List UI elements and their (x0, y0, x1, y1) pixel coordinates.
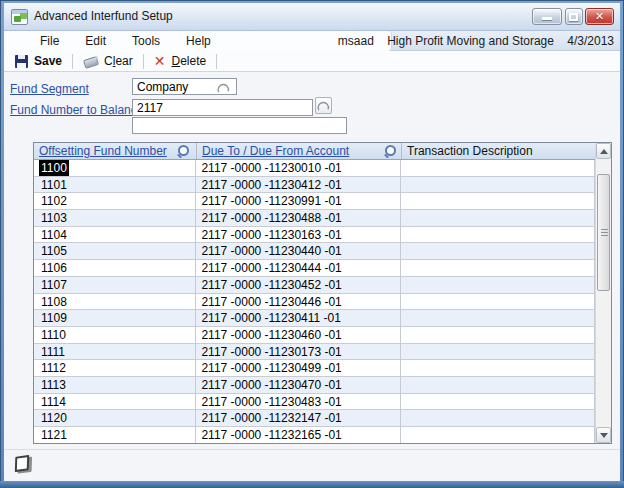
scrollbar-thumb[interactable] (597, 174, 610, 291)
cell-due-to-due-from-account[interactable]: 2117 -0000 -11230483 -01 (196, 394, 400, 411)
cell-offsetting-fund-number[interactable]: 1102 (34, 193, 196, 210)
save-button[interactable]: Save (9, 52, 68, 71)
clear-button[interactable]: Clear (77, 52, 139, 71)
table-row[interactable]: 1112 2117 -0000 -11230499 -01 (34, 360, 595, 377)
cell-due-to-due-from-account[interactable]: 2117 -0000 -11230452 -01 (196, 277, 400, 294)
note-button[interactable] (13, 455, 35, 475)
cell-due-to-due-from-account[interactable]: 2117 -0000 -11230444 -01 (196, 260, 400, 277)
cell-transaction-description[interactable] (401, 427, 595, 443)
table-row[interactable]: 1103 2117 -0000 -11230488 -01 (34, 210, 595, 227)
lookup-magnifier-icon[interactable] (176, 145, 189, 158)
cell-offsetting-fund-number[interactable]: 1111 (34, 344, 196, 361)
table-row[interactable]: 1104 2117 -0000 -11230163 -01 (34, 227, 595, 244)
cell-transaction-description[interactable] (401, 394, 595, 411)
scroll-up-button[interactable] (596, 143, 611, 159)
cell-transaction-description[interactable] (401, 377, 595, 394)
fund-segment-label[interactable]: Fund Segment (10, 82, 89, 96)
table-row[interactable]: 1110 2117 -0000 -11230460 -01 (34, 327, 595, 344)
fund-segment-field[interactable]: Company (132, 78, 237, 95)
cell-transaction-description[interactable] (401, 360, 595, 377)
menu-tools[interactable]: Tools (132, 31, 160, 51)
cell-due-to-due-from-account[interactable]: 2117 -0000 -11230446 -01 (196, 294, 400, 311)
curl-arc-icon (316, 98, 331, 113)
cell-transaction-description[interactable] (401, 277, 595, 294)
cell-offsetting-fund-number[interactable]: 1100 (34, 160, 196, 177)
table-row[interactable]: 1105 2117 -0000 -11230440 -01 (34, 243, 595, 260)
table-row[interactable]: 1109 2117 -0000 -11230411 -01 (34, 310, 595, 327)
cell-offsetting-fund-number[interactable]: 1120 (34, 410, 196, 427)
cell-transaction-description[interactable] (401, 193, 595, 210)
delete-button[interactable]: ✕ Delete (148, 52, 212, 71)
table-row[interactable]: 1106 2117 -0000 -11230444 -01 (34, 260, 595, 277)
cell-transaction-description[interactable] (401, 294, 595, 311)
cell-offsetting-fund-number[interactable]: 1112 (34, 360, 196, 377)
fund-number-field[interactable]: 2117 (132, 99, 313, 116)
minimize-button[interactable] (532, 8, 562, 25)
cell-offsetting-fund-number[interactable]: 1101 (34, 177, 196, 194)
cell-due-to-due-from-account[interactable]: 2117 -0000 -11230488 -01 (196, 210, 400, 227)
maximize-button[interactable] (565, 8, 583, 25)
cell-offsetting-fund-number[interactable]: 1108 (34, 294, 196, 311)
cell-due-to-due-from-account[interactable]: 2117 -0000 -11230460 -01 (196, 327, 400, 344)
table-row[interactable]: 1120 2117 -0000 -11232147 -01 (34, 410, 595, 427)
cell-due-to-due-from-account[interactable]: 2117 -0000 -11230173 -01 (196, 344, 400, 361)
close-button[interactable]: ✕ (585, 8, 614, 25)
menu-file[interactable]: File (40, 31, 59, 51)
cell-offsetting-fund-number[interactable]: 1109 (34, 310, 196, 327)
cell-due-to-due-from-account[interactable]: 2117 -0000 -11230163 -01 (196, 227, 400, 244)
table-row[interactable]: 1111 2117 -0000 -11230173 -01 (34, 344, 595, 361)
cell-due-to-due-from-account[interactable]: 2117 -0000 -11230499 -01 (196, 360, 400, 377)
cell-due-to-due-from-account[interactable]: 2117 -0000 -11232165 -01 (196, 427, 400, 443)
cell-transaction-description[interactable] (401, 410, 595, 427)
cell-due-to-due-from-account[interactable]: 2117 -0000 -11230411 -01 (196, 310, 400, 327)
delete-x-icon: ✕ (154, 55, 166, 68)
menu-help[interactable]: Help (186, 31, 211, 51)
cell-offsetting-fund-number[interactable]: 1114 (34, 394, 196, 411)
menu-bar: File Edit Tools Help msaad High Profit M… (4, 31, 620, 51)
table-row[interactable]: 1100 2117 -0000 -11230010 -01 (34, 160, 595, 177)
cell-transaction-description[interactable] (401, 327, 595, 344)
table-row[interactable]: 1108 2117 -0000 -11230446 -01 (34, 294, 595, 311)
table-row[interactable]: 1107 2117 -0000 -11230452 -01 (34, 277, 595, 294)
cell-offsetting-fund-number[interactable]: 1105 (34, 243, 196, 260)
cell-due-to-due-from-account[interactable]: 2117 -0000 -11230440 -01 (196, 243, 400, 260)
cell-offsetting-fund-number[interactable]: 1113 (34, 377, 196, 394)
cell-transaction-description[interactable] (401, 243, 595, 260)
fund-segment-expansion-button[interactable] (215, 80, 232, 97)
cell-due-to-due-from-account[interactable]: 2117 -0000 -11230010 -01 (196, 160, 400, 177)
header-due-to-due-from-account[interactable]: Due To / Due From Account (197, 143, 402, 159)
scroll-down-button[interactable] (596, 427, 611, 443)
cell-due-to-due-from-account[interactable]: 2117 -0000 -11232147 -01 (196, 410, 400, 427)
cell-due-to-due-from-account[interactable]: 2117 -0000 -11230412 -01 (196, 177, 400, 194)
cell-offsetting-fund-number[interactable]: 1106 (34, 260, 196, 277)
cell-transaction-description[interactable] (401, 160, 595, 177)
table-row[interactable]: 1121 2117 -0000 -11232165 -01 (34, 427, 595, 443)
header-offsetting-fund-number[interactable]: Offsetting Fund Number (34, 143, 197, 159)
table-row[interactable]: 1101 2117 -0000 -11230412 -01 (34, 177, 595, 194)
cell-offsetting-fund-number[interactable]: 1121 (34, 427, 196, 443)
fund-number-to-balance-label[interactable]: Fund Number to Balance (10, 103, 143, 117)
fund-number-expansion-button[interactable] (315, 97, 332, 114)
cell-due-to-due-from-account[interactable]: 2117 -0000 -11230991 -01 (196, 193, 400, 210)
cell-offsetting-fund-number[interactable]: 1103 (34, 210, 196, 227)
cell-offsetting-fund-number[interactable]: 1107 (34, 277, 196, 294)
title-bar[interactable]: Advanced Interfund Setup ✕ (4, 3, 620, 31)
cell-offsetting-fund-number[interactable]: 1104 (34, 227, 196, 244)
cell-transaction-description[interactable] (401, 344, 595, 361)
fund-number-description-field[interactable] (132, 117, 347, 134)
table-row[interactable]: 1114 2117 -0000 -11230483 -01 (34, 394, 595, 411)
cell-transaction-description[interactable] (401, 260, 595, 277)
vertical-scrollbar[interactable] (595, 143, 611, 443)
table-body: 1100 2117 -0000 -11230010 -01 1101 2117 … (34, 160, 595, 443)
table-row[interactable]: 1102 2117 -0000 -11230991 -01 (34, 193, 595, 210)
status-divider (4, 449, 620, 450)
table-row[interactable]: 1113 2117 -0000 -11230470 -01 (34, 377, 595, 394)
lookup-magnifier-icon[interactable] (383, 145, 396, 158)
cell-due-to-due-from-account[interactable]: 2117 -0000 -11230470 -01 (196, 377, 400, 394)
cell-offsetting-fund-number[interactable]: 1110 (34, 327, 196, 344)
menu-edit[interactable]: Edit (85, 31, 106, 51)
cell-transaction-description[interactable] (401, 310, 595, 327)
cell-transaction-description[interactable] (401, 227, 595, 244)
cell-transaction-description[interactable] (401, 177, 595, 194)
cell-transaction-description[interactable] (401, 210, 595, 227)
